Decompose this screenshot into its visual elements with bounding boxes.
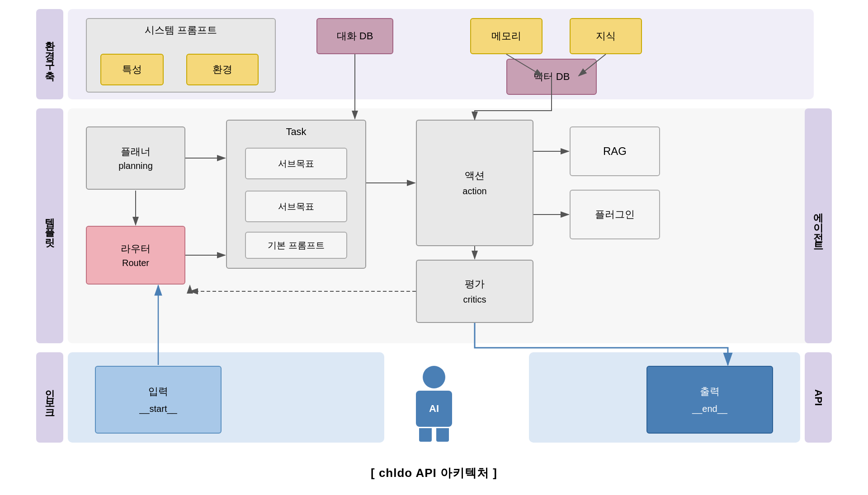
output-box: 출력 __end__ [646, 366, 773, 434]
dialog-db-box: 대화 DB [316, 18, 393, 54]
sidebar-in: 인보크 [36, 352, 63, 443]
task-container: Task 서브목표 서브목표 기본 프롬프트 [226, 120, 366, 269]
subtask2-box: 서브목표 [245, 191, 347, 222]
input-box: 입력 __start__ [95, 366, 222, 434]
feature-box: 특성 [100, 54, 164, 85]
sidebar-hwan: 환경구축 [36, 9, 63, 99]
action-box: 액션 action [416, 120, 533, 246]
task-title: Task [227, 121, 365, 138]
sidebar-agent: 에이전트 [805, 108, 832, 343]
vector-db-box: 벡터 DB [506, 59, 597, 95]
sidebar-api: API [805, 352, 832, 443]
subtask1-box: 서브목표 [245, 148, 347, 179]
critics-box: 평가 critics [416, 260, 533, 323]
router-box: 라우터 Router [86, 226, 185, 285]
system-prompt-title: 시스템 프롬프트 [87, 23, 275, 37]
system-prompt-container: 시스템 프롬프트 특성 환경 [86, 18, 276, 93]
ai-figure: AI [407, 366, 461, 438]
rag-box: RAG [570, 126, 660, 176]
base-prompt-box: 기본 프롬프트 [245, 232, 347, 259]
plugin-box: 플러그인 [570, 190, 660, 239]
diagram-area: 환경구축 템플릿 인보크 에이전트 API 시스템 프롬프트 특성 환경 [36, 9, 832, 456]
main-container: 환경구축 템플릿 인보크 에이전트 API 시스템 프롬프트 특성 환경 [0, 0, 868, 495]
memory-box: 메모리 [470, 18, 542, 54]
footer-title: [ chldo API 아키텍처 ] [371, 465, 497, 481]
knowledge-box: 지식 [570, 18, 642, 54]
environment-box: 환경 [186, 54, 259, 85]
ai-label: AI [416, 391, 452, 427]
sidebar-tem: 템플릿 [36, 108, 63, 343]
planner-box: 플래너 planning [86, 126, 185, 190]
